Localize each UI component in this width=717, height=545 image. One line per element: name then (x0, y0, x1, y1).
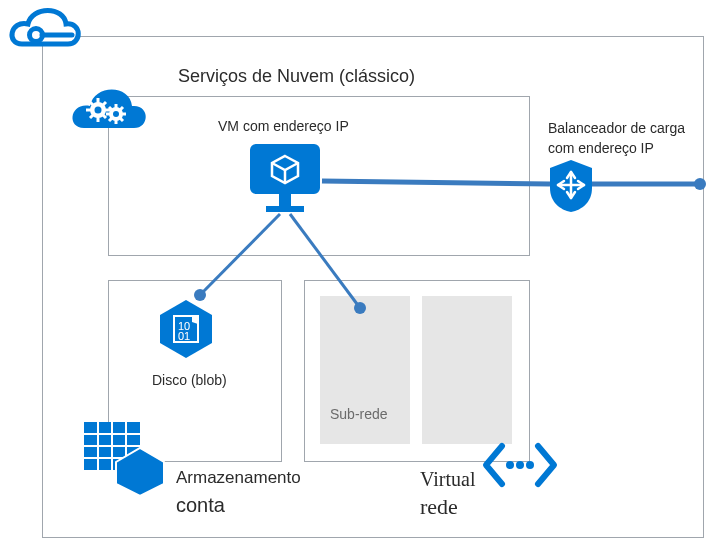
svg-line-42 (290, 214, 360, 308)
svg-line-37 (322, 181, 550, 184)
svg-line-40 (200, 214, 280, 295)
connectors (0, 0, 717, 545)
svg-point-41 (194, 289, 206, 301)
svg-point-39 (694, 178, 706, 190)
svg-point-43 (354, 302, 366, 314)
architecture-diagram: Serviços de Nuvem (clássico) VM com ende… (0, 0, 717, 545)
